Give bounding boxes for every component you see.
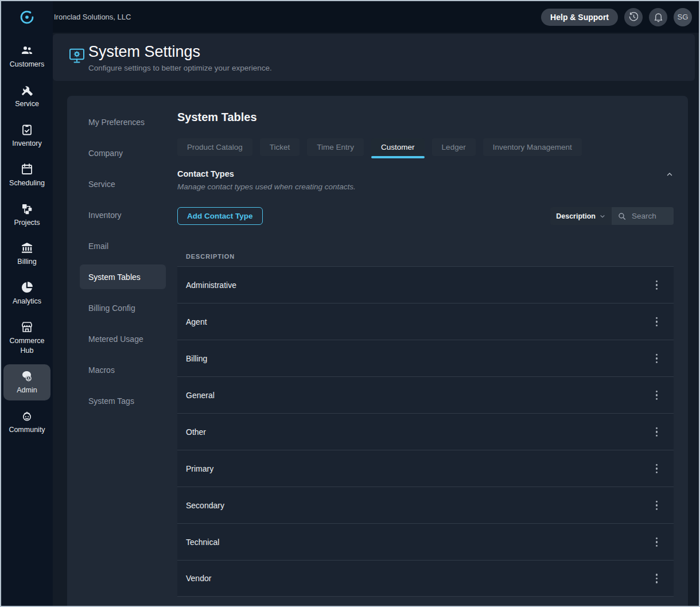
service-icon: [20, 83, 34, 97]
history-button[interactable]: [624, 8, 643, 26]
settings-nav-billing-config[interactable]: Billing Config: [80, 295, 166, 320]
dropdown-selected-value: Description: [556, 212, 596, 220]
sidebar-nav: Customers Service: [1, 33, 53, 443]
sidebar-item-projects[interactable]: Projects: [3, 197, 50, 233]
table-row[interactable]: Administrative: [177, 266, 674, 303]
projects-icon: [20, 202, 34, 216]
settings-nav-system-tables[interactable]: System Tables: [80, 264, 166, 289]
sidebar-item-customers[interactable]: Customers: [3, 38, 50, 75]
row-description: Other: [186, 427, 206, 437]
system-settings-icon: [68, 46, 86, 65]
row-description: Vendor: [186, 574, 211, 583]
settings-card: My Preferences Company Service Inventory…: [67, 96, 688, 606]
sidebar-item-label: Billing: [17, 257, 36, 267]
row-description: Administrative: [186, 281, 236, 290]
chevron-up-icon: [666, 170, 674, 178]
notifications-button[interactable]: [649, 8, 667, 26]
table-row[interactable]: Agent: [177, 303, 674, 340]
logo-icon: [19, 9, 35, 25]
table-row[interactable]: General: [177, 376, 674, 413]
row-menu-kebab-icon[interactable]: [654, 351, 660, 365]
page-subtitle: Configure settings to better optimize yo…: [88, 64, 272, 72]
search-field-dropdown[interactable]: Description: [550, 207, 612, 225]
collapse-section-button[interactable]: [666, 170, 674, 178]
row-description: Technical: [186, 538, 219, 547]
table-row[interactable]: Primary: [177, 450, 674, 487]
sidebar-item-label: Analytics: [13, 297, 41, 306]
inventory-icon: [20, 123, 34, 137]
row-menu-kebab-icon[interactable]: [654, 535, 660, 549]
table-tabs: Product Catalog Ticket Time Entry Custom…: [177, 138, 582, 156]
sidebar-item-label: Scheduling: [9, 178, 45, 188]
settings-nav-my-preferences[interactable]: My Preferences: [80, 110, 166, 134]
sidebar-item-label: Projects: [14, 218, 40, 228]
tab-ledger[interactable]: Ledger: [432, 138, 476, 156]
chevron-down-icon: [599, 213, 606, 220]
table-row[interactable]: Secondary: [177, 487, 674, 523]
row-description: Primary: [186, 464, 213, 473]
table-column-header: DESCRIPTION: [177, 246, 674, 266]
page-title: System Settings: [88, 43, 200, 61]
page-header: System Settings Configure settings to be…: [53, 34, 695, 81]
settings-nav-macros[interactable]: Macros: [80, 357, 166, 382]
contact-types-table: Administrative Agent Billing General Oth…: [177, 266, 674, 597]
tab-ticket[interactable]: Ticket: [260, 138, 300, 156]
tab-product-catalog[interactable]: Product Catalog: [177, 138, 252, 156]
tab-customer[interactable]: Customer: [371, 138, 425, 156]
bell-icon: [653, 11, 664, 22]
table-row[interactable]: Other: [177, 413, 674, 450]
table-row[interactable]: Vendor: [177, 560, 674, 597]
sidebar-item-community[interactable]: Community: [3, 404, 50, 440]
sidebar-item-inventory[interactable]: Inventory: [3, 118, 50, 154]
row-menu-kebab-icon[interactable]: [654, 278, 660, 292]
commerce-hub-icon: [20, 320, 34, 334]
user-avatar[interactable]: SG: [674, 8, 692, 26]
filter-group: Description: [550, 207, 674, 225]
sidebar-item-admin[interactable]: Admin: [3, 364, 50, 400]
settings-nav-service[interactable]: Service: [80, 172, 166, 196]
add-contact-type-button[interactable]: Add Contact Type: [177, 207, 263, 225]
row-menu-kebab-icon[interactable]: [654, 498, 660, 512]
row-description: Billing: [186, 354, 207, 363]
analytics-icon: [20, 281, 34, 294]
settings-nav-inventory[interactable]: Inventory: [80, 203, 166, 227]
sidebar-item-label: Admin: [17, 386, 37, 395]
settings-nav: My Preferences Company Service Inventory…: [80, 110, 166, 419]
settings-nav-system-tags[interactable]: System Tags: [80, 388, 166, 413]
section-title: Contact Types: [177, 169, 674, 178]
row-description: Agent: [186, 317, 207, 326]
row-menu-kebab-icon[interactable]: [654, 388, 660, 402]
community-icon: [20, 409, 34, 423]
row-menu-kebab-icon[interactable]: [654, 314, 660, 329]
search-box: [612, 207, 674, 225]
table-row[interactable]: Technical: [177, 523, 674, 560]
table-controls: Add Contact Type Description: [177, 207, 674, 225]
tab-inventory-management[interactable]: Inventory Management: [483, 138, 582, 156]
panel-heading: System Tables: [177, 111, 257, 124]
sidebar-item-billing[interactable]: Billing: [3, 236, 50, 272]
sidebar-item-scheduling[interactable]: Scheduling: [3, 157, 50, 193]
customers-icon: [20, 44, 34, 57]
sidebar: Customers Service: [1, 1, 53, 606]
sidebar-item-commerce-hub[interactable]: Commerce Hub: [3, 315, 50, 361]
history-icon: [628, 11, 639, 22]
sidebar-item-label: Customers: [10, 60, 44, 69]
sidebar-item-service[interactable]: Service: [3, 78, 50, 114]
row-menu-kebab-icon[interactable]: [654, 571, 660, 586]
tab-time-entry[interactable]: Time Entry: [307, 138, 364, 156]
section-subtitle: Manage contact types used when creating …: [177, 182, 674, 191]
company-name: Ironclad Solutions, LLC: [54, 13, 131, 21]
sidebar-item-analytics[interactable]: Analytics: [3, 275, 50, 312]
settings-nav-metered-usage[interactable]: Metered Usage: [80, 326, 166, 351]
table-row[interactable]: Billing: [177, 340, 674, 376]
app-logo[interactable]: [1, 1, 53, 33]
row-menu-kebab-icon[interactable]: [654, 461, 660, 476]
sidebar-item-label: Community: [9, 425, 45, 435]
row-menu-kebab-icon[interactable]: [654, 425, 660, 439]
settings-nav-email[interactable]: Email: [80, 234, 166, 258]
settings-nav-company[interactable]: Company: [80, 141, 166, 165]
help-support-button[interactable]: Help & Support: [541, 9, 618, 26]
scheduling-icon: [20, 162, 34, 176]
search-input[interactable]: [631, 211, 673, 221]
top-bar: Ironclad Solutions, LLC Help & Support S…: [1, 1, 699, 33]
